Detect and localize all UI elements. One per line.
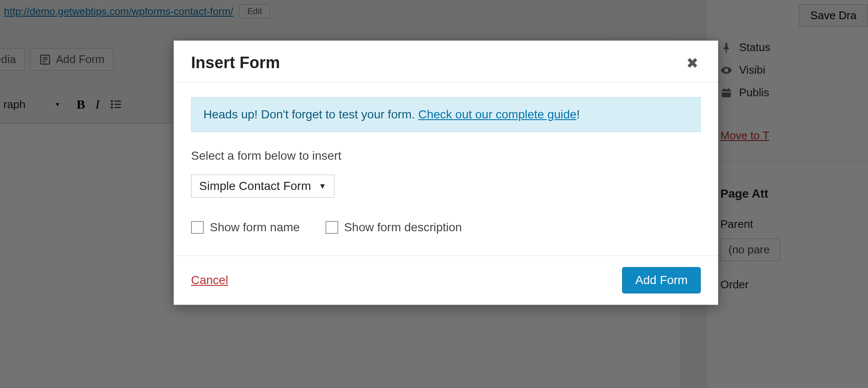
form-select-value: Simple Contact Form: [199, 179, 311, 193]
svg-point-8: [111, 106, 113, 109]
show-form-name-label: Show form name: [210, 221, 300, 234]
modal-title: Insert Form: [191, 54, 280, 72]
parent-label: Parent: [720, 218, 868, 231]
add-form-button[interactable]: Add Form: [30, 48, 114, 71]
page-attributes-title: Page Att: [720, 187, 868, 201]
visibility-label: Visibi: [739, 63, 765, 77]
divider: [720, 161, 868, 161]
svg-rect-13: [724, 88, 725, 90]
svg-point-4: [111, 100, 113, 102]
checkbox-box: [326, 221, 338, 234]
svg-rect-7: [114, 104, 121, 105]
svg-rect-5: [114, 101, 121, 102]
notice-banner: Heads up! Don't forget to test your form…: [191, 97, 701, 132]
insert-form-modal: Insert Form ✖ Heads up! Don't forget to …: [174, 40, 718, 305]
select-form-label: Select a form below to insert: [191, 149, 701, 163]
order-label: Order: [720, 278, 868, 291]
bold-button[interactable]: B: [77, 97, 85, 112]
form-icon: [39, 54, 51, 66]
save-draft-button[interactable]: Save Dra: [799, 4, 868, 27]
chevron-down-icon: ▼: [54, 101, 60, 108]
italic-button[interactable]: I: [95, 97, 100, 112]
permalink-url[interactable]: http://demo.getwebtips.com/wpforms-conta…: [4, 6, 233, 17]
show-form-desc-checkbox[interactable]: Show form description: [326, 221, 462, 234]
svg-point-6: [111, 103, 113, 106]
show-form-name-checkbox[interactable]: Show form name: [191, 221, 300, 234]
chevron-down-icon: ▼: [319, 182, 326, 191]
permalink-edit-button[interactable]: Edit: [239, 4, 270, 18]
calendar-icon: [720, 87, 732, 99]
notice-suffix: !: [577, 108, 580, 121]
bullet-list-icon[interactable]: [110, 98, 123, 111]
format-select[interactable]: raph ▼: [0, 89, 68, 119]
add-media-label: d Media: [0, 53, 16, 66]
status-label: Status: [739, 41, 771, 54]
svg-rect-10: [726, 49, 727, 52]
add-form-submit-button[interactable]: Add Form: [622, 267, 701, 293]
svg-rect-14: [728, 88, 729, 90]
add-media-button[interactable]: d Media: [0, 48, 25, 71]
format-label: raph: [3, 98, 26, 111]
cancel-button[interactable]: Cancel: [191, 273, 228, 287]
checkbox-box: [191, 221, 204, 234]
add-form-label: Add Form: [56, 53, 105, 66]
svg-rect-9: [114, 107, 121, 108]
notice-guide-link[interactable]: Check out our complete guide: [418, 108, 577, 121]
parent-select[interactable]: (no pare: [720, 239, 780, 261]
pin-icon: [720, 42, 732, 54]
svg-rect-11: [722, 89, 731, 97]
notice-text: Heads up! Don't forget to test your form…: [203, 108, 418, 121]
show-form-desc-label: Show form description: [344, 221, 462, 234]
eye-icon: [720, 64, 732, 76]
form-select[interactable]: Simple Contact Form ▼: [191, 175, 334, 198]
move-to-trash-link[interactable]: Move to T: [720, 129, 868, 142]
publish-label: Publis: [739, 86, 769, 99]
close-icon[interactable]: ✖: [684, 55, 701, 72]
